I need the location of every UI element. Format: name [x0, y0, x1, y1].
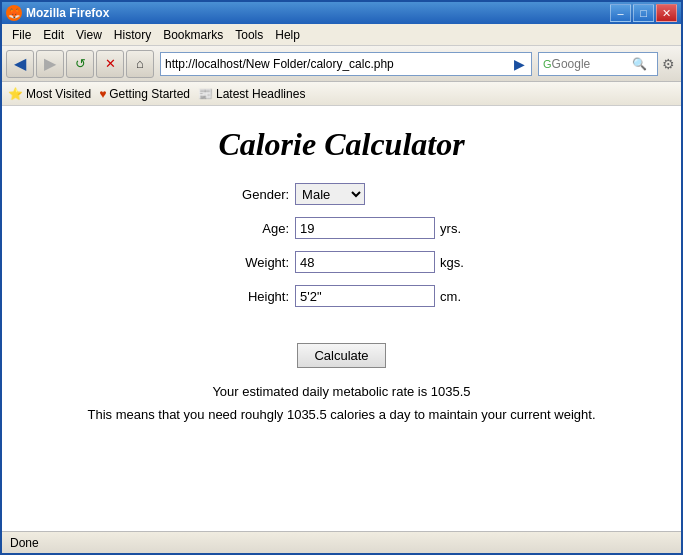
search-area: G 🔍 [538, 52, 658, 76]
gender-label: Gender: [219, 187, 289, 202]
minimize-button[interactable]: – [610, 4, 631, 22]
result-calories-info: This means that you need rouhgly 1035.5 … [87, 407, 595, 422]
menu-history[interactable]: History [108, 26, 157, 44]
age-unit: yrs. [440, 221, 461, 236]
latest-headlines-icon: 📰 [198, 87, 213, 101]
search-button[interactable]: 🔍 [632, 57, 647, 71]
age-input[interactable] [295, 217, 435, 239]
title-bar: 🦊 Mozilla Firefox – □ ✕ [2, 2, 681, 24]
bookmarks-bar: ⭐ Most Visited ♥ Getting Started 📰 Lates… [2, 82, 681, 106]
back-button[interactable]: ◀ [6, 50, 34, 78]
height-input[interactable] [295, 285, 435, 307]
height-row: Height: cm. [219, 285, 464, 307]
address-bar-wrap: ▶ [160, 52, 532, 76]
window-title: Mozilla Firefox [26, 6, 610, 20]
bookmark-getting-started[interactable]: ♥ Getting Started [99, 87, 190, 101]
bookmark-most-visited-label: Most Visited [26, 87, 91, 101]
result-metabolic-rate: Your estimated daily metabolic rate is 1… [212, 384, 470, 399]
browser-window: 🦊 Mozilla Firefox – □ ✕ File Edit View H… [0, 0, 683, 555]
height-unit: cm. [440, 289, 461, 304]
status-bar: Done [2, 531, 681, 553]
menu-edit[interactable]: Edit [37, 26, 70, 44]
age-label: Age: [219, 221, 289, 236]
menu-tools[interactable]: Tools [229, 26, 269, 44]
toolbar: ◀ ▶ ↺ ✕ ⌂ ▶ G 🔍 ⚙ [2, 46, 681, 82]
gender-select[interactable]: Male Female [295, 183, 365, 205]
address-bar[interactable] [165, 57, 511, 71]
calculate-button[interactable]: Calculate [297, 343, 385, 368]
weight-input[interactable] [295, 251, 435, 273]
search-engine-icon: G [543, 58, 552, 70]
bookmark-getting-started-label: Getting Started [109, 87, 190, 101]
height-label: Height: [219, 289, 289, 304]
firefox-icon: 🦊 [6, 5, 22, 21]
page-title: Calorie Calculator [218, 126, 464, 163]
search-input[interactable] [552, 57, 632, 71]
getting-started-icon: ♥ [99, 87, 106, 101]
weight-unit: kgs. [440, 255, 464, 270]
home-button[interactable]: ⌂ [126, 50, 154, 78]
maximize-button[interactable]: □ [633, 4, 654, 22]
reload-button[interactable]: ↺ [66, 50, 94, 78]
go-button[interactable]: ▶ [511, 56, 527, 72]
menu-bookmarks[interactable]: Bookmarks [157, 26, 229, 44]
menu-bar: File Edit View History Bookmarks Tools H… [2, 24, 681, 46]
calculator-form: Gender: Male Female Age: yrs. Weight: kg… [219, 183, 464, 319]
status-text: Done [10, 536, 39, 550]
close-button[interactable]: ✕ [656, 4, 677, 22]
menu-view[interactable]: View [70, 26, 108, 44]
menu-help[interactable]: Help [269, 26, 306, 44]
bookmark-most-visited[interactable]: ⭐ Most Visited [8, 87, 91, 101]
window-controls: – □ ✕ [610, 4, 677, 22]
search-wrap: G 🔍 [538, 52, 658, 76]
forward-button[interactable]: ▶ [36, 50, 64, 78]
gender-row: Gender: Male Female [219, 183, 464, 205]
bookmark-latest-headlines[interactable]: 📰 Latest Headlines [198, 87, 305, 101]
page-content: Calorie Calculator Gender: Male Female A… [2, 106, 681, 553]
weight-label: Weight: [219, 255, 289, 270]
bookmark-latest-headlines-label: Latest Headlines [216, 87, 305, 101]
most-visited-icon: ⭐ [8, 87, 23, 101]
age-row: Age: yrs. [219, 217, 464, 239]
menu-file[interactable]: File [6, 26, 37, 44]
weight-row: Weight: kgs. [219, 251, 464, 273]
settings-icon[interactable]: ⚙ [660, 56, 677, 72]
stop-button[interactable]: ✕ [96, 50, 124, 78]
